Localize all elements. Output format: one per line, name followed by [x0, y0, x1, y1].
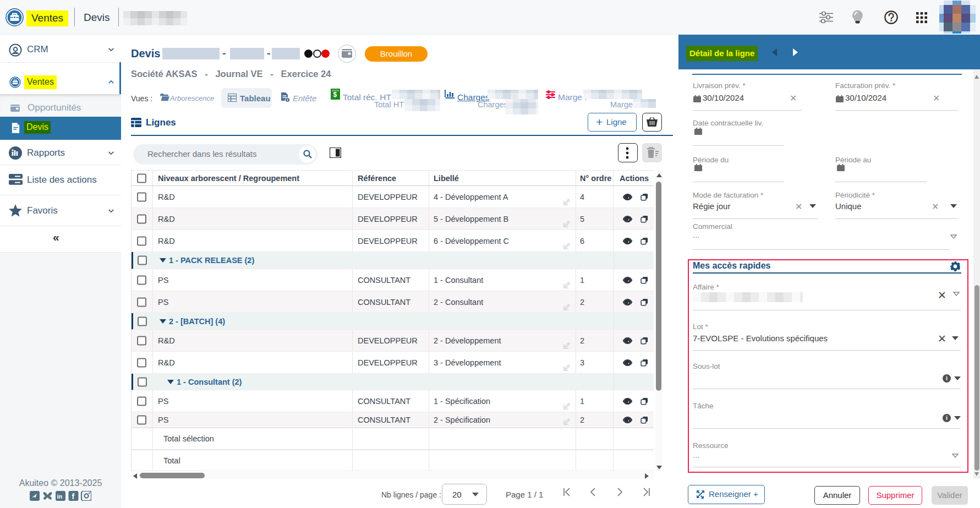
svg-text:f: f [72, 492, 75, 501]
svg-text:i: i [287, 98, 288, 102]
svg-text:in: in [57, 493, 63, 500]
svg-text:$: $ [333, 91, 337, 99]
